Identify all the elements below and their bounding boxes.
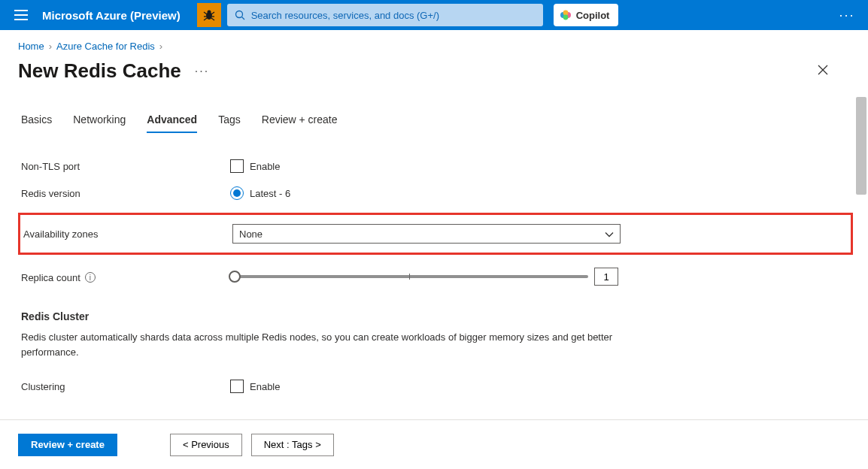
label-replica-count: Replica count i (21, 271, 230, 283)
tab-networking[interactable]: Networking (73, 113, 126, 133)
page-title: New Redis Cache (18, 59, 181, 83)
svg-line-10 (211, 18, 214, 20)
review-create-button[interactable]: Review + create (18, 434, 117, 456)
search-icon (235, 10, 245, 20)
copilot-icon (560, 9, 572, 21)
tabs: Basics Networking Advanced Tags Review +… (21, 113, 850, 133)
enable-text: Enable (250, 161, 280, 172)
heading-redis-cluster: Redis Cluster (21, 310, 850, 322)
info-icon[interactable]: i (85, 272, 96, 283)
svg-point-11 (235, 11, 242, 18)
slider-replica-count[interactable] (230, 275, 588, 278)
svg-point-4 (207, 11, 211, 14)
tab-basics[interactable]: Basics (21, 113, 52, 133)
footer: Review + create < Previous Next : Tags > (0, 419, 868, 469)
row-non-tls: Non-TLS port Enable (21, 153, 850, 180)
content-area: Basics Networking Advanced Tags Review +… (0, 95, 868, 395)
svg-line-9 (204, 18, 207, 20)
svg-line-5 (204, 12, 207, 14)
row-redis-version: Redis version Latest - 6 (21, 180, 850, 207)
svg-point-16 (563, 15, 568, 20)
title-row: New Redis Cache ··· (0, 58, 868, 95)
radio-redis-version[interactable] (230, 186, 244, 200)
select-availability-zones[interactable]: None (232, 224, 621, 244)
tab-review[interactable]: Review + create (262, 113, 338, 133)
next-button[interactable]: Next : Tags > (251, 434, 334, 456)
breadcrumb-sep: › (159, 41, 162, 52)
chevron-down-icon (605, 228, 614, 240)
svg-point-15 (563, 11, 568, 16)
vertical-scrollbar[interactable] (856, 97, 866, 195)
tab-advanced[interactable]: Advanced (147, 113, 197, 133)
enable-text-clustering: Enable (250, 381, 280, 392)
breadcrumb-home[interactable]: Home (18, 41, 44, 52)
label-non-tls: Non-TLS port (21, 161, 230, 172)
bug-icon (202, 8, 216, 22)
brand-text[interactable]: Microsoft Azure (Preview) (42, 9, 191, 22)
svg-rect-2 (14, 19, 28, 20)
row-availability-zones-highlight: Availability zones None (18, 213, 853, 255)
checkbox-non-tls[interactable] (230, 159, 244, 173)
bug-tile[interactable] (197, 3, 221, 27)
copilot-button[interactable]: Copilot (554, 4, 619, 26)
input-replica-count[interactable] (594, 268, 618, 286)
availability-zones-value: None (239, 228, 263, 240)
label-redis-version: Redis version (21, 188, 230, 199)
svg-line-6 (211, 12, 214, 14)
search-bar[interactable] (227, 4, 543, 26)
previous-button[interactable]: < Previous (170, 434, 242, 456)
search-input[interactable] (251, 10, 536, 21)
label-clustering: Clustering (21, 381, 230, 392)
close-icon (817, 64, 829, 76)
breadcrumb: Home › Azure Cache for Redis › (0, 30, 868, 58)
topbar: Microsoft Azure (Preview) Copilot ··· (0, 0, 868, 30)
svg-line-12 (241, 17, 244, 20)
breadcrumb-redis[interactable]: Azure Cache for Redis (56, 41, 155, 52)
menu-toggle[interactable] (6, 0, 36, 30)
copilot-label: Copilot (576, 10, 610, 21)
svg-rect-1 (14, 14, 28, 16)
label-availability-zones: Availability zones (23, 228, 232, 240)
topbar-more[interactable]: ··· (832, 0, 862, 30)
breadcrumb-sep: › (49, 41, 52, 52)
tab-tags[interactable]: Tags (218, 113, 241, 133)
svg-rect-0 (14, 10, 28, 11)
close-button[interactable] (817, 64, 829, 78)
slider-thumb[interactable] (229, 271, 241, 283)
checkbox-clustering[interactable] (230, 380, 244, 393)
row-clustering: Clustering Enable (21, 373, 850, 395)
title-more[interactable]: ··· (195, 65, 209, 78)
row-replica-count: Replica count i (21, 261, 850, 292)
desc-redis-cluster: Redis cluster automatically shards data … (21, 330, 623, 359)
redis-version-value: Latest - 6 (250, 188, 290, 199)
hamburger-icon (14, 10, 28, 20)
